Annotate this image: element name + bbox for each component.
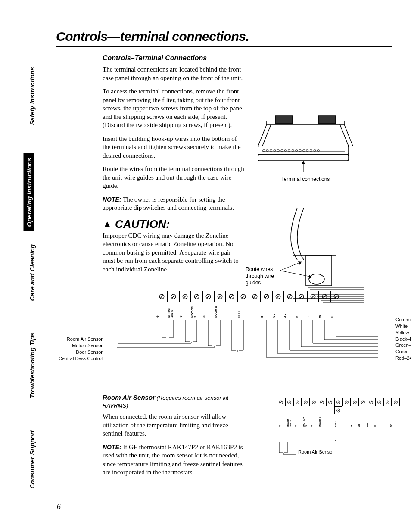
terminal-label: ROOM AIR S	[286, 415, 295, 427]
terminal-label: Y	[382, 415, 390, 427]
terminal-screw: ⊘	[261, 291, 272, 302]
terminal-label: W	[390, 415, 398, 427]
terminal-labels: ⊕ROOM AIR S⊕MOTION S⊕DOOR SCDCRGLGHBYWC	[103, 303, 395, 320]
callout-lines	[276, 442, 401, 460]
terminal-label: R	[261, 303, 272, 318]
terminal-label: CDC	[237, 303, 249, 318]
terminal-screw: ⊘	[214, 291, 226, 302]
terminal-label: ⊕	[202, 303, 214, 318]
callout-label: Red–24V AC only	[395, 355, 411, 361]
sidebar-tab-troubleshoot: Troubleshooting Tips	[28, 333, 36, 398]
callout-label: Central Desk Control	[47, 355, 103, 362]
terminal-label: B	[374, 415, 382, 427]
svg-line-2	[262, 124, 271, 146]
terminal-screw: ⊘	[351, 398, 359, 406]
page-content: Controls—terminal connections. Controls–…	[56, 29, 392, 482]
terminal-screw: ⊘	[226, 291, 237, 302]
terminal-label: ROOM AIR S	[168, 303, 179, 318]
caution-body: Improper CDC wiring may damage the Zonel…	[103, 232, 245, 274]
callout-label: Motion Sensor	[47, 342, 103, 349]
terminal-screw: ⊘	[330, 291, 342, 302]
terminal-label: GL	[358, 415, 366, 427]
warning-icon: ▲	[103, 218, 112, 229]
terminal-label	[249, 303, 261, 318]
terminal-screw: ⊘	[375, 398, 383, 406]
note: NOTE: The owner is responsible for setti…	[103, 196, 245, 212]
terminal-label: MOTION S	[302, 415, 311, 427]
callout-label: Black–Reversing Valve	[395, 336, 411, 342]
callout-label: Green–High Speed Fan	[395, 342, 411, 348]
svg-line-3	[340, 124, 349, 146]
terminal-screw: ⊘	[277, 398, 285, 406]
svg-text:O O O O O O O O O O O O O O O : O O O O O O O O O O O O O O O O	[262, 149, 320, 152]
callout-label: Green–Low Speed Fan	[395, 348, 411, 355]
sidebar: Safety Instructions Operating Instructio…	[22, 26, 43, 500]
callout-label: White–Heater	[395, 323, 411, 330]
terminal-label: ⊕	[179, 303, 191, 318]
sidebar-tab-consumer: Consumer Support	[28, 430, 36, 489]
terminal-screw: ⊘	[272, 291, 284, 302]
svg-rect-5	[318, 116, 336, 124]
caution-heading: ▲ CAUTION:	[103, 218, 245, 231]
terminal-right-callouts: Common–GroundWhite–HeaterYellow–Compress…	[395, 317, 411, 361]
callout-label: Yellow–Compressor	[395, 330, 411, 336]
section-heading: Controls–Terminal Connections	[103, 54, 245, 62]
callout-label: Common–Ground	[395, 317, 411, 323]
terminal-label: B	[296, 303, 307, 318]
callout-lines	[103, 320, 395, 372]
svg-rect-1	[258, 155, 349, 161]
terminal-label: DOOR S	[214, 303, 226, 318]
terminal-screw: ⊘	[168, 291, 179, 302]
svg-rect-4	[275, 116, 293, 124]
terminal-screw: ⊘	[284, 291, 296, 302]
terminal-label: Y	[307, 303, 319, 318]
terminal-screw: ⊘	[237, 291, 249, 302]
terminal-screw: ⊘	[367, 398, 375, 406]
terminal-screw: ⊘	[334, 398, 342, 406]
terminal-screw: ⊘	[202, 291, 214, 302]
terminal-label: W	[319, 303, 330, 318]
terminal-screw: ⊘	[296, 291, 307, 302]
svg-marker-10	[302, 161, 305, 164]
sidebar-tab-operating: Operating Instructions	[24, 153, 34, 231]
terminal-label: MOTION S	[191, 303, 202, 318]
terminal-screw: ⊘	[383, 398, 392, 406]
terminal-screw: ⊘	[310, 398, 318, 406]
small-terminal-diagram: ⊘⊘⊘⊘⊘⊘⊘⊘⊘⊘⊘⊘⊘⊘⊘⊘ ⊕ROOM AIR S⊕MOTION S⊕DO…	[276, 398, 401, 454]
terminal-screw: ⊘	[342, 398, 351, 406]
terminal-screw: ⊘	[359, 398, 367, 406]
terminal-screw: ⊘	[285, 398, 293, 406]
terminal-diagram: ⊘⊘⊘⊘⊘⊘⊘⊘⊘⊘⊘⊘⊘⊘⊘⊘ ⊕ROOM AIR S⊕MOTION S⊕DO…	[103, 291, 395, 373]
terminal-screw: ⊘	[318, 398, 326, 406]
callout-label: Door Sensor	[47, 349, 103, 355]
terminal-screw: ⊘	[392, 398, 400, 406]
terminal-screw: ⊘	[156, 291, 168, 302]
terminal-screw: ⊘	[307, 291, 319, 302]
svg-point-21	[309, 274, 324, 284]
para: Route the wires from the terminal connec…	[103, 165, 245, 190]
terminal-label: GH	[366, 415, 374, 427]
terminal-screw: ⊘	[191, 291, 202, 302]
divider	[56, 46, 392, 47]
terminal-label: ⊕	[156, 303, 168, 318]
para: When connected, the room air sensor will…	[103, 413, 245, 438]
terminal-label: GH	[284, 303, 296, 318]
para: Insert the building hook-up wires into t…	[103, 135, 245, 160]
para: The terminal connections are located beh…	[103, 65, 245, 82]
terminal-screw: ⊘	[334, 406, 342, 414]
terminal-screw: ⊘	[326, 398, 334, 406]
terminal-label: CDC	[334, 415, 342, 427]
section-room-air-sensor: Room Air Sensor (Requires room air senso…	[103, 394, 392, 482]
terminal-screw: ⊘	[179, 291, 191, 302]
sidebar-tab-care: Care and Cleaning	[28, 244, 36, 301]
terminal-label	[342, 415, 350, 427]
terminal-label: GL	[272, 303, 284, 318]
terminal-screw: ⊘	[302, 398, 310, 406]
terminal-label: DOOR S	[318, 415, 327, 427]
section-heading: Room Air Sensor	[103, 394, 155, 401]
terminal-label: R	[350, 415, 358, 427]
page-number: 6	[57, 502, 61, 511]
terminal-left-callouts: Room Air SensorMotion SensorDoor SensorC…	[47, 336, 103, 361]
divider	[56, 386, 392, 386]
terminal-label: ⊕	[278, 415, 286, 427]
